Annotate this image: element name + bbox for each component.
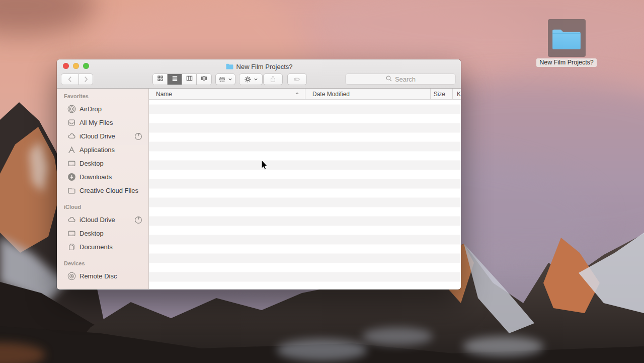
sidebar-item-label: Desktop [79,230,104,237]
sidebar-item-label: Applications [79,146,115,154]
column-header-date-modified[interactable]: Date Modified [305,89,431,99]
arrange-icon [218,76,226,83]
coverflow-view-button[interactable] [197,74,211,85]
list-view-icon [171,75,179,84]
sidebar-item-desktop[interactable]: Desktop [57,227,148,240]
column-header-kind[interactable]: Kind [453,89,461,99]
column-header-size[interactable]: Size [431,89,453,99]
desktop-monitor-icon [67,159,76,168]
airdrop-icon [67,105,76,113]
folder-icon [67,186,76,195]
folder-icon [551,26,582,51]
sidebar-item-label: iCloud Drive [79,132,115,140]
back-button[interactable] [61,74,79,85]
arrange-button[interactable] [215,74,235,85]
sidebar-section-favorites: FavoritesAirDropAll My FilesiCloud Drive… [57,93,148,197]
sidebar-item-all-my-files[interactable]: All My Files [57,116,148,129]
column-label: Date Modified [312,91,350,98]
sidebar-item-desktop[interactable]: Desktop [57,157,148,170]
column-headers: Name Date Modified Size Kind [149,89,461,100]
view-mode-control [152,74,212,85]
sidebar-item-documents[interactable]: Documents [57,240,148,254]
all-my-files-icon [67,118,76,127]
sidebar-section-title: Devices [64,260,148,268]
action-button[interactable] [239,74,263,85]
sidebar-item-label: AirDrop [79,105,102,113]
sidebar-item-label: Remote Disc [79,272,117,280]
forward-button[interactable] [79,74,93,85]
sidebar: FavoritesAirDropAll My FilesiCloud Drive… [57,89,149,289]
sync-progress-icon [134,132,142,140]
sidebar-item-label: iCloud Drive [79,216,115,224]
sidebar-item-downloads[interactable]: Downloads [57,170,148,184]
sidebar-item-icloud-drive[interactable]: iCloud Drive [57,213,148,227]
column-label: Kind [457,91,461,98]
sort-ascending-icon [294,91,300,98]
column-label: Name [156,91,172,98]
downloads-icon [67,173,76,181]
desktop: New Film Projects? New Film Projects? [0,0,644,363]
sidebar-item-creative-cloud-files[interactable]: Creative Cloud Files [57,184,148,197]
search-input[interactable]: Search [345,74,456,85]
search-placeholder: Search [395,76,416,83]
list-view-button[interactable] [168,74,182,85]
chevron-left-icon [67,76,73,83]
sidebar-section-title: iCloud [64,204,148,211]
window-title-area: New Film Projects? [57,61,461,71]
sidebar-item-remote-disc[interactable]: Remote Disc [57,269,148,283]
icon-view-button[interactable] [153,74,168,85]
column-view-icon [186,75,193,84]
column-header-name[interactable]: Name [149,89,305,99]
chevron-down-icon [254,77,258,82]
share-icon [269,76,277,83]
remote-disc-icon [67,272,76,280]
sidebar-item-label: All My Files [79,119,113,126]
finder-window: New Film Projects? [57,59,461,289]
sidebar-item-icloud-drive[interactable]: iCloud Drive [57,129,148,143]
sidebar-section-title: Favorites [64,93,148,101]
column-view-button[interactable] [182,74,197,85]
chevron-right-icon [83,76,89,83]
toolbar-buttons-row: Search [57,74,461,85]
icloud-drive-icon [67,215,76,224]
desktop-monitor-icon [67,229,76,238]
desktop-folder-label: New Film Projects? [536,58,597,67]
file-list-area: Name Date Modified Size Kind [149,89,461,289]
documents-icon [67,243,76,251]
title-folder-icon [225,63,234,70]
empty-file-list[interactable] [149,100,461,289]
icloud-drive-icon [67,132,76,140]
sidebar-item-label: Downloads [79,173,112,181]
share-button[interactable] [263,74,283,85]
sidebar-item-label: Documents [79,243,113,251]
gear-icon [244,76,252,83]
grid-view-icon [156,75,164,84]
sidebar-item-label: Desktop [79,160,104,167]
search-icon [385,75,392,84]
desktop-folder-new-film-projects[interactable]: New Film Projects? [534,19,599,67]
sidebar-section-devices: DevicesRemote Disc [57,260,148,283]
sidebar-section-icloud: iCloudiCloud DriveDesktopDocuments [57,204,148,254]
navigation-buttons [61,74,93,85]
sidebar-item-label: Creative Cloud Files [79,187,138,194]
column-label: Size [434,91,445,98]
tag-button[interactable] [287,74,307,85]
coverflow-view-icon [200,75,208,84]
selection-highlight [548,19,586,57]
chevron-down-icon [228,77,232,82]
sidebar-item-airdrop[interactable]: AirDrop [57,102,148,116]
applications-icon [67,146,76,154]
window-toolbar: New Film Projects? [57,59,461,89]
tag-icon [293,76,301,83]
window-title: New Film Projects? [236,63,293,70]
sidebar-item-applications[interactable]: Applications [57,143,148,157]
sync-progress-icon [134,216,142,224]
